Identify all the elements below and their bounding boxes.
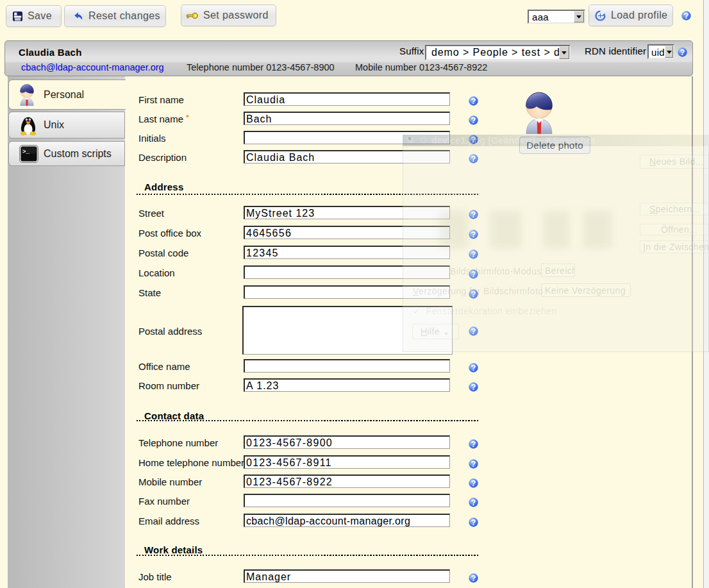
svg-text:?: ? [680,48,685,57]
svg-text:?: ? [471,230,476,239]
svg-text:?: ? [471,210,476,219]
svg-text:?: ? [471,155,476,164]
svg-text:?: ? [471,135,476,144]
svg-text:?: ? [471,498,476,507]
svg-text:?: ? [471,440,476,449]
svg-text:?: ? [471,116,476,125]
svg-text:?: ? [471,383,476,392]
svg-text:?: ? [471,250,476,259]
svg-text:>_: >_ [22,148,29,155]
svg-text:?: ? [471,574,476,583]
svg-text:?: ? [471,270,476,279]
svg-text:?: ? [471,290,476,299]
svg-text:?: ? [471,479,476,488]
svg-text:?: ? [471,364,476,373]
svg-text:?: ? [471,327,476,336]
svg-text:?: ? [471,518,476,527]
svg-text:?: ? [471,97,476,106]
svg-text:?: ? [684,12,689,21]
svg-text:?: ? [471,460,476,469]
